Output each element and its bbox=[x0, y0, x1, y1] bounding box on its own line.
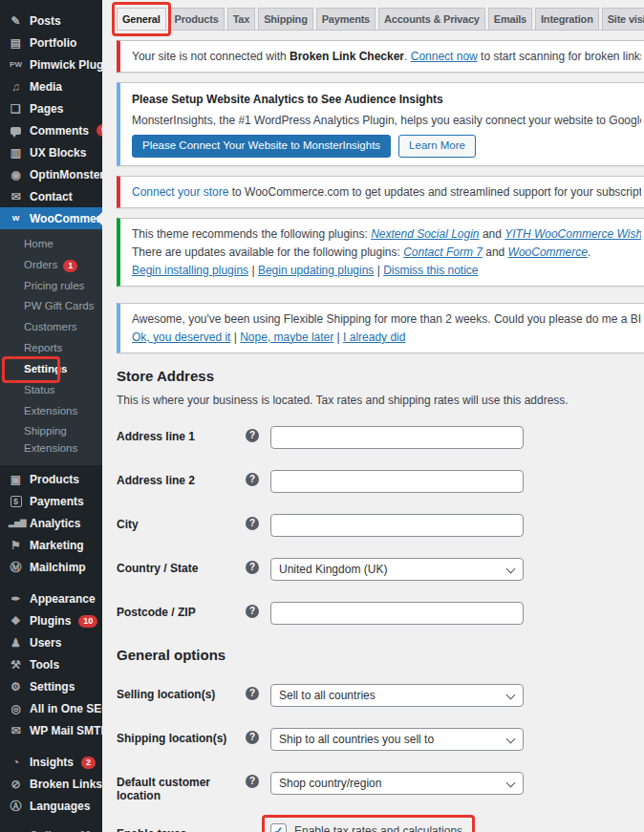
sidebar-item-plugins[interactable]: ❖Plugins10 bbox=[0, 610, 102, 632]
sidebar-item-optinmonster[interactable]: ◉OptinMonster1 bbox=[0, 163, 102, 185]
sidebar-item-pages[interactable]: ❑Pages bbox=[0, 97, 102, 119]
speech-bubble-icon bbox=[9, 125, 23, 137]
notice-text: to start scanning for broken links and f… bbox=[478, 50, 641, 63]
tab-accounts-privacy[interactable]: Accounts & Privacy bbox=[378, 8, 485, 31]
help-icon[interactable]: ? bbox=[246, 775, 259, 788]
sidebar-item-contact[interactable]: ✉Contact bbox=[0, 185, 102, 207]
help-icon[interactable]: ? bbox=[246, 429, 259, 442]
checkbox-label: Enable tax rates and calculations bbox=[294, 824, 462, 832]
submenu-item-customers[interactable]: Customers bbox=[0, 317, 102, 338]
submenu-item-reports[interactable]: Reports bbox=[0, 338, 102, 359]
submenu-item-extensions[interactable]: Extensions bbox=[0, 401, 102, 422]
mailchimp-icon: Ⓜ bbox=[9, 562, 23, 573]
notice-line: Ok, you deserved it | Nope, maybe later … bbox=[132, 330, 641, 345]
sidebar-item-products[interactable]: ▣Products bbox=[0, 469, 102, 491]
notice-link[interactable]: Contact Form 7 bbox=[403, 245, 483, 259]
sidebar-item-label: Pages bbox=[30, 102, 63, 116]
submenu-item-settings[interactable]: Settings bbox=[0, 359, 102, 380]
sidebar-item-label: Comments bbox=[30, 124, 89, 138]
submenu-item-pricing-rules[interactable]: Pricing rules bbox=[0, 276, 102, 297]
sidebar-item-analytics[interactable]: ▂▅▇Analytics bbox=[0, 513, 102, 535]
sidebar-item-appearance[interactable]: ✒Appearance bbox=[0, 588, 102, 610]
chevron-down-icon bbox=[506, 690, 516, 699]
input-postcode-zip[interactable] bbox=[270, 602, 524, 625]
sidebar-item-mailchimp[interactable]: ⓂMailchimp bbox=[0, 557, 102, 579]
submenu-item-home[interactable]: Home bbox=[0, 234, 102, 255]
sidebar-item-portfolio[interactable]: ▤Portfolio bbox=[0, 32, 102, 53]
sidebar-item-posts[interactable]: ✎Posts bbox=[0, 10, 102, 32]
notice-line: Awesome, you've been using Flexible Ship… bbox=[132, 311, 641, 327]
sidebar-item-marketing[interactable]: ⚑Marketing bbox=[0, 535, 102, 557]
submenu-item-status[interactable]: Status bbox=[0, 380, 102, 401]
connect-monsterinsights-button[interactable]: Please Connect Your Website to MonsterIn… bbox=[132, 135, 391, 158]
tab-tax[interactable]: Tax bbox=[227, 8, 256, 31]
tab-emails[interactable]: Emails bbox=[488, 8, 532, 31]
sidebar-item-settings-wp[interactable]: ⚙Settings bbox=[0, 676, 102, 698]
input-address-line-2[interactable] bbox=[270, 470, 524, 493]
tab-products[interactable]: Products bbox=[169, 8, 225, 31]
notice-link[interactable]: Ok, you deserved it bbox=[132, 331, 230, 344]
notice-link[interactable]: YITH WooCommerce Wishlist bbox=[504, 227, 641, 241]
tab-shipping[interactable]: Shipping bbox=[258, 8, 312, 31]
notice-link[interactable]: Nope, maybe later bbox=[240, 331, 333, 344]
learn-more-button[interactable]: Learn More bbox=[398, 135, 476, 158]
notice-theme-plugins: This theme recommends the following plug… bbox=[117, 218, 644, 287]
sidebar-item-label: Tools bbox=[30, 658, 59, 672]
sidebar-item-tools[interactable]: ⚒Tools bbox=[0, 654, 102, 676]
tab-payments[interactable]: Payments bbox=[316, 8, 376, 31]
notice-line: There are updates available for the foll… bbox=[132, 245, 641, 260]
help-icon[interactable]: ? bbox=[246, 687, 259, 700]
help-icon[interactable]: ? bbox=[246, 561, 259, 574]
sidebar-item-pimwick-plugins[interactable]: PWPimwick Plugins bbox=[0, 53, 102, 75]
chevron-down-icon bbox=[506, 778, 516, 787]
tab-general[interactable]: General bbox=[117, 8, 166, 31]
count-badge: 55 bbox=[97, 124, 102, 137]
notice-link[interactable]: WooCommerce bbox=[508, 245, 588, 259]
submenu-item-orders[interactable]: Orders1 bbox=[0, 255, 102, 276]
notice-line: This theme recommends the following plug… bbox=[132, 226, 641, 242]
sidebar-item-broken-links[interactable]: ⊘Broken Links bbox=[0, 774, 102, 796]
notice-link[interactable]: Begin installing plugins bbox=[132, 264, 248, 277]
sidebar-item-insights[interactable]: ◔Insights2 bbox=[0, 752, 102, 774]
sidebar-item-media[interactable]: ♫Media bbox=[0, 75, 102, 97]
sidebar-item-ux-blocks[interactable]: ▥UX Blocks bbox=[0, 141, 102, 163]
sidebar-item-payments[interactable]: $Payments bbox=[0, 491, 102, 513]
general-options-form: Selling location(s)?Sell to all countrie… bbox=[117, 684, 644, 832]
notice-link[interactable]: Dismiss this notice bbox=[383, 264, 478, 277]
sidebar-item-comments[interactable]: Comments55 bbox=[0, 119, 102, 141]
notice-text: | bbox=[333, 331, 343, 344]
woocommerce-icon: W bbox=[9, 215, 23, 223]
checkbox-enable-taxes[interactable]: ✓ bbox=[270, 823, 287, 832]
select-shipping-locations[interactable]: Ship to all countries you sell to bbox=[270, 728, 524, 751]
help-icon[interactable]: ? bbox=[246, 731, 259, 744]
tab-integration[interactable]: Integration bbox=[535, 8, 599, 31]
notice-link[interactable]: Nextend Social Login bbox=[371, 227, 479, 241]
input-address-line-1[interactable] bbox=[270, 426, 524, 449]
select-selling-locations[interactable]: Sell to all countries bbox=[270, 684, 524, 707]
help-icon[interactable]: ? bbox=[246, 517, 259, 530]
select-default-customer-location[interactable]: Shop country/region bbox=[270, 772, 524, 795]
notice-text: and bbox=[480, 227, 505, 241]
notice-link[interactable]: Connect your store bbox=[132, 185, 228, 199]
submenu-item-label: Shipping Extensions bbox=[24, 423, 98, 458]
notice-flexible-shipping: Awesome, you've been using Flexible Ship… bbox=[117, 303, 644, 353]
submenu-item-pw-gift-cards[interactable]: PW Gift Cards bbox=[0, 296, 102, 317]
plugin-icon: ❖ bbox=[9, 615, 23, 627]
sidebar-item-collapse-menu[interactable]: ◀Collapse Menu bbox=[0, 825, 102, 832]
sidebar-item-wp-mail-smtp[interactable]: ✉WP Mail SMTP bbox=[0, 720, 102, 742]
help-icon[interactable]: ? bbox=[246, 605, 259, 618]
notice-link[interactable]: Begin updating plugins bbox=[258, 264, 374, 277]
notice-link[interactable]: Connect now bbox=[411, 50, 478, 63]
submenu-item-shipping-extensions[interactable]: Shipping Extensions bbox=[0, 421, 102, 459]
select-country-state[interactable]: United Kingdom (UK) bbox=[270, 558, 524, 581]
store-address-description: This is where your business is located. … bbox=[117, 393, 644, 409]
input-city[interactable] bbox=[270, 514, 524, 537]
sidebar-item-users[interactable]: ♟Users bbox=[0, 632, 102, 654]
help-icon[interactable]: ? bbox=[246, 473, 259, 486]
sidebar-item-all-in-one-seo[interactable]: ◎All in One SEO bbox=[0, 698, 102, 720]
sidebar-item-woocommerce[interactable]: WWooCommerce bbox=[0, 207, 102, 229]
sidebar-item-label: WP Mail SMTP bbox=[30, 724, 102, 737]
notice-link[interactable]: I already did bbox=[343, 331, 405, 344]
tab-site-visibility[interactable]: Site visibility bbox=[602, 8, 644, 31]
sidebar-item-languages[interactable]: ⒶLanguages bbox=[0, 796, 102, 818]
